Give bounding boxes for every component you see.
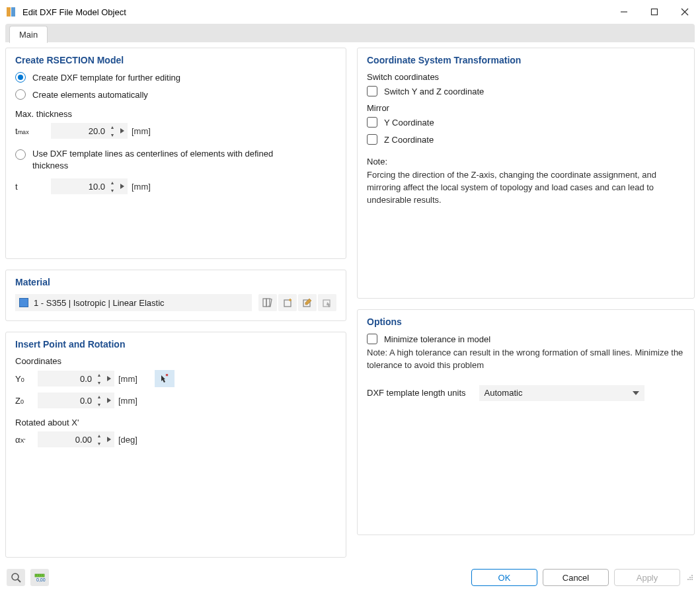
help-button[interactable] bbox=[7, 569, 25, 586]
z0-label: Z0 bbox=[15, 396, 34, 406]
svg-rect-3 bbox=[652, 9, 658, 15]
check-minimize-tolerance[interactable]: Minimize tolerance in model bbox=[367, 334, 685, 344]
switch-coords-label: Switch coordinates bbox=[367, 72, 685, 82]
spinbox-arrows[interactable]: ▲▼ bbox=[95, 392, 104, 408]
checkbox-icon bbox=[367, 86, 377, 96]
panel-options: Options Minimize tolerance in model Note… bbox=[357, 309, 695, 535]
material-new-button[interactable] bbox=[278, 294, 297, 311]
tab-main[interactable]: Main bbox=[9, 26, 48, 43]
minimize-button[interactable] bbox=[609, 0, 639, 24]
checkbox-icon bbox=[367, 117, 377, 128]
svg-marker-15 bbox=[107, 376, 111, 381]
svg-marker-7 bbox=[120, 184, 124, 189]
check-mirror-z[interactable]: Z Coordinate bbox=[367, 134, 685, 145]
radio-create-template[interactable]: Create DXF template for further editing bbox=[15, 72, 336, 83]
check-mirror-y[interactable]: Y Coordinate bbox=[367, 117, 685, 128]
svg-point-29 bbox=[691, 575, 693, 576]
panel-coord-transform: Coordinate System Transformation Switch … bbox=[357, 48, 695, 299]
material-swatch bbox=[19, 298, 28, 307]
coordinates-label: Coordinates bbox=[15, 356, 336, 366]
svg-rect-1 bbox=[11, 7, 15, 17]
max-thickness-label: Max. thickness bbox=[15, 109, 336, 119]
y0-value: 0.0 bbox=[38, 374, 95, 384]
ok-button[interactable]: OK bbox=[471, 569, 537, 586]
t-value: 10.0 bbox=[51, 182, 108, 192]
spinbox-more[interactable] bbox=[117, 184, 128, 189]
options-note: Note: A high tolerance can result in the… bbox=[367, 347, 685, 372]
material-edit-button[interactable] bbox=[298, 294, 317, 311]
app-icon bbox=[5, 6, 17, 18]
svg-marker-18 bbox=[107, 398, 111, 403]
spinbox-more[interactable] bbox=[104, 376, 114, 381]
y0-unit: [mm] bbox=[118, 374, 137, 384]
check-label: Minimize tolerance in model bbox=[384, 334, 490, 344]
radio-create-auto[interactable]: Create elements automatically bbox=[15, 89, 336, 100]
radio-icon bbox=[15, 89, 26, 100]
svg-text:0,00: 0,00 bbox=[36, 577, 46, 582]
units-select[interactable]: Automatic bbox=[479, 385, 644, 401]
check-label: Z Coordinate bbox=[384, 135, 434, 145]
material-library-button[interactable] bbox=[258, 294, 277, 311]
panel-create-model: Create RSECTION Model Create DXF templat… bbox=[5, 48, 346, 259]
spinbox-more[interactable] bbox=[104, 437, 114, 442]
checkbox-icon bbox=[367, 134, 377, 145]
svg-rect-0 bbox=[7, 7, 11, 17]
maximize-button[interactable] bbox=[639, 0, 670, 24]
bottombar: 0,00 OK Cancel Apply bbox=[0, 563, 700, 592]
spinbox-more[interactable] bbox=[117, 128, 128, 133]
material-select[interactable]: 1 - S355 | Isotropic | Linear Elastic bbox=[15, 294, 252, 311]
chevron-down-icon bbox=[633, 391, 639, 395]
radio-label: Use DXF template lines as centerlines of… bbox=[32, 148, 310, 172]
units-button[interactable]: 0,00 bbox=[30, 569, 49, 586]
spinbox-arrows[interactable]: ▲▼ bbox=[108, 178, 117, 194]
svg-point-32 bbox=[689, 577, 691, 578]
tmax-unit: [mm] bbox=[132, 126, 151, 136]
svg-marker-20 bbox=[633, 391, 639, 395]
z0-unit: [mm] bbox=[118, 396, 137, 406]
spinbox-arrows[interactable]: ▲▼ bbox=[95, 371, 104, 387]
t-input[interactable]: 10.0 ▲▼ bbox=[51, 178, 128, 194]
svg-line-22 bbox=[18, 579, 20, 582]
svg-rect-9 bbox=[266, 299, 270, 307]
close-button[interactable] bbox=[670, 0, 700, 24]
svg-point-34 bbox=[687, 579, 689, 580]
material-pick-button[interactable] bbox=[318, 294, 336, 311]
apply-button[interactable]: Apply bbox=[614, 569, 680, 586]
tmax-input[interactable]: 20.0 ▲▼ bbox=[51, 123, 128, 139]
svg-point-33 bbox=[689, 579, 691, 580]
radio-icon bbox=[15, 149, 26, 160]
panel-title-coord: Coordinate System Transformation bbox=[367, 55, 685, 65]
note-body: Forcing the direction of the Z-axis, cha… bbox=[367, 169, 685, 207]
t-unit: [mm] bbox=[132, 182, 151, 192]
ax-unit: [deg] bbox=[118, 435, 137, 445]
titlebar: Edit DXF File Model Object bbox=[0, 0, 700, 24]
panel-title-insert: Insert Point and Rotation bbox=[15, 339, 336, 350]
ax-value: 0.00 bbox=[38, 435, 95, 445]
panel-title-options: Options bbox=[367, 316, 685, 327]
pick-coordinates-button[interactable] bbox=[155, 370, 175, 387]
z0-value: 0.0 bbox=[38, 396, 95, 406]
check-switch-yz[interactable]: Switch Y and Z coordinate bbox=[367, 86, 685, 96]
spinbox-arrows[interactable]: ▲▼ bbox=[108, 123, 117, 139]
spinbox-arrows[interactable]: ▲▼ bbox=[95, 431, 104, 447]
resize-grip-icon[interactable] bbox=[687, 574, 693, 581]
spinbox-more[interactable] bbox=[104, 398, 114, 403]
radio-icon bbox=[15, 72, 26, 83]
check-label: Switch Y and Z coordinate bbox=[384, 87, 484, 96]
ax-label: αX' bbox=[15, 435, 34, 445]
units-value: Automatic bbox=[485, 388, 523, 398]
t-label: t bbox=[15, 182, 34, 192]
svg-marker-6 bbox=[120, 128, 124, 133]
y0-input[interactable]: 0.0 ▲▼ bbox=[38, 371, 114, 387]
mirror-label: Mirror bbox=[367, 103, 685, 113]
svg-rect-8 bbox=[263, 299, 266, 307]
tabstrip: Main bbox=[5, 24, 695, 42]
radio-label: Create DXF template for further editing bbox=[32, 73, 180, 83]
radio-centerlines[interactable]: Use DXF template lines as centerlines of… bbox=[15, 148, 336, 172]
tmax-label: tmax bbox=[15, 126, 34, 136]
rotated-label: Rotated about X' bbox=[15, 418, 336, 427]
ax-input[interactable]: 0.00 ▲▼ bbox=[38, 431, 114, 447]
z0-input[interactable]: 0.0 ▲▼ bbox=[38, 392, 114, 408]
cancel-button[interactable]: Cancel bbox=[543, 569, 609, 586]
check-label: Y Coordinate bbox=[384, 118, 434, 128]
